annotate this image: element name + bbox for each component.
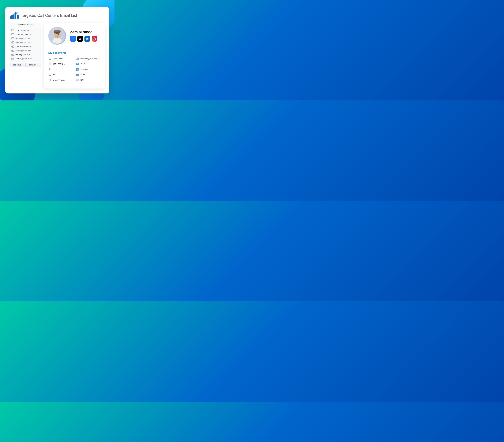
chevron-down-icon: ▾	[32, 24, 33, 25]
mail-icon	[11, 33, 14, 35]
svg-rect-16	[12, 54, 14, 55]
data-segments-title: Data segments	[48, 51, 100, 54]
data-row-zip: ZIP 75***	[75, 73, 100, 76]
main-card: $ Targeted Call Centers Email List	[5, 7, 109, 93]
profile-name: Zara Miranda	[70, 30, 100, 34]
page-title: Targeted Call Centers Email List	[21, 13, 77, 18]
list-item[interactable]: da**mh@jk**rm.com	[10, 49, 41, 53]
tab-job-title[interactable]: JOB TITLE ▾	[10, 63, 26, 67]
profile-card: Zara Miranda	[44, 23, 105, 88]
logo-icon: $	[10, 12, 19, 19]
mail-icon	[11, 58, 14, 60]
svg-rect-13	[12, 42, 14, 43]
svg-point-28	[94, 38, 95, 39]
email-list: ***ne***@ods.com ***yer**@incorta.com sh…	[10, 27, 41, 62]
tab-recently-added[interactable]: RECENTLY ADDED ▾	[10, 23, 41, 27]
linkedin-icon[interactable]	[85, 36, 90, 42]
bottom-separator	[48, 84, 100, 85]
data-row-name: Zara Miranda	[48, 57, 73, 60]
mail-icon	[11, 29, 14, 31]
svg-point-9	[17, 15, 18, 15]
svg-rect-3	[12, 15, 14, 19]
svg-point-30	[50, 58, 51, 58]
mail-icon	[11, 46, 14, 48]
employees-value: ***	[53, 74, 55, 76]
globe-icon	[48, 78, 52, 82]
profile-top-section: Zara Miranda	[48, 27, 100, 48]
revenue-value: ** Million	[80, 68, 88, 71]
data-row-employees: ***	[48, 73, 73, 76]
svg-rect-10	[12, 29, 14, 31]
svg-point-41	[51, 74, 51, 74]
data-grid: Zara Miranda zm***n*a@sunwing.ca	[48, 57, 100, 82]
list-item[interactable]: ***yer**@incorta.com	[10, 32, 41, 36]
svg-point-44	[77, 80, 78, 80]
country-icon	[75, 78, 79, 82]
svg-point-29	[95, 38, 95, 38]
svg-rect-12	[12, 37, 14, 39]
location-value: *****	[53, 68, 57, 71]
svg-rect-4	[15, 13, 16, 19]
mail-icon	[11, 50, 14, 52]
mail-icon	[11, 41, 14, 43]
left-panel: RECENTLY ADDED ▾ ***ne***@ods.com	[10, 23, 41, 67]
svg-point-36	[76, 63, 77, 64]
tab-company[interactable]: COMPANY ▾	[26, 63, 41, 67]
avatar	[49, 28, 65, 44]
svg-point-7	[13, 14, 14, 15]
list-item[interactable]: mat**kl@me**kc.com	[10, 45, 41, 49]
data-row-id: *******	[75, 62, 100, 66]
dollar-icon: $	[75, 68, 79, 71]
chevron-down-icon: ▾	[21, 64, 22, 66]
phone-icon	[48, 62, 52, 66]
data-row-website: www.****.com	[48, 78, 73, 82]
id-value: *******	[80, 63, 86, 65]
social-icons	[70, 36, 100, 42]
svg-rect-11	[12, 34, 14, 35]
instagram-icon[interactable]	[91, 36, 97, 42]
zip-value: 75***	[80, 74, 85, 76]
x-twitter-icon[interactable]	[77, 36, 83, 42]
zip-icon: ZIP	[75, 73, 79, 76]
employees-icon	[48, 73, 52, 76]
svg-rect-33	[50, 63, 51, 65]
svg-rect-17	[12, 58, 14, 60]
id-icon	[75, 62, 79, 66]
avatar-image	[49, 28, 65, 44]
data-row-email: zm***n*a@sunwing.ca	[75, 57, 100, 60]
facebook-icon[interactable]	[70, 36, 76, 42]
country-value: USA	[80, 79, 84, 81]
location-icon	[48, 68, 52, 71]
full-name-value: Zara Miranda	[53, 58, 65, 60]
chevron-down-icon: ▾	[37, 64, 38, 66]
svg-point-25	[58, 34, 59, 35]
svg-rect-27	[93, 38, 95, 40]
svg-point-39	[50, 69, 51, 69]
svg-rect-14	[12, 46, 14, 47]
svg-rect-2	[10, 16, 12, 19]
website-value: www.****.com	[53, 79, 65, 81]
list-item[interactable]: tho**as@da**il.com	[10, 53, 41, 57]
page-header: $ Targeted Call Centers Email List	[10, 12, 105, 19]
list-item[interactable]: ***ne***@ods.com	[10, 28, 41, 32]
list-item[interactable]: emi**on@reu**ers.com	[10, 57, 41, 61]
mail-icon	[11, 37, 14, 39]
svg-point-23	[55, 30, 60, 32]
person-icon	[48, 57, 52, 60]
svg-point-40	[49, 74, 50, 74]
svg-point-24	[55, 34, 56, 35]
svg-point-26	[86, 38, 87, 38]
data-segments-section: Data segments Zara Miranda	[48, 51, 100, 85]
svg-rect-5	[17, 15, 18, 19]
svg-point-6	[10, 16, 11, 17]
profile-info: Zara Miranda	[70, 30, 100, 42]
data-row-phone: (87*) 786*9**4	[48, 62, 73, 66]
list-item[interactable]: geo**sn@bc**el.com	[10, 40, 41, 45]
phone-value: (87*) 786*9**4	[53, 63, 65, 65]
list-item[interactable]: sha**on@ro**t.com	[10, 36, 41, 40]
svg-rect-15	[12, 50, 14, 52]
filter-tabs: RECENTLY ADDED ▾	[10, 23, 41, 27]
mail-icon	[11, 54, 14, 56]
data-row-location: *****	[48, 68, 73, 71]
mail-icon	[75, 57, 79, 60]
